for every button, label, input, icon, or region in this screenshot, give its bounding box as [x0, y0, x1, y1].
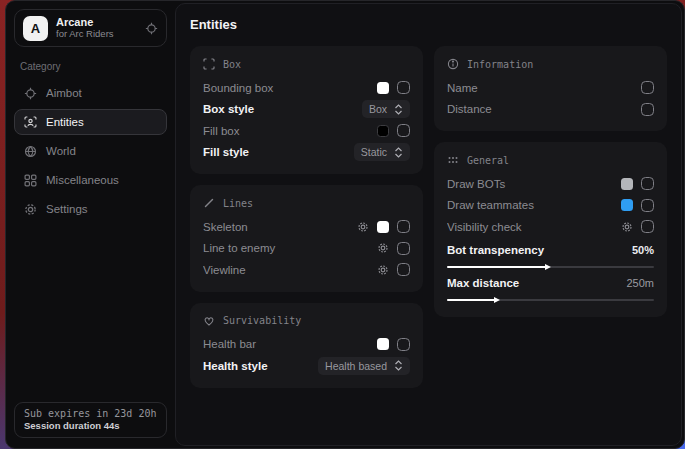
- slider-thumb[interactable]: [545, 264, 551, 270]
- row-label: Draw teammates: [447, 199, 621, 211]
- sidebar-item-settings[interactable]: Settings: [14, 196, 167, 222]
- sidebar-item-world[interactable]: World: [14, 138, 167, 164]
- gear-icon[interactable]: [377, 264, 389, 276]
- checkbox[interactable]: [641, 199, 654, 212]
- row-label: Distance: [447, 103, 641, 115]
- person-scan-icon: [24, 116, 37, 129]
- color-swatch[interactable]: [377, 338, 389, 350]
- health-style-select[interactable]: Health based: [318, 357, 410, 375]
- row-label: Name: [447, 82, 641, 94]
- color-swatch[interactable]: [621, 199, 633, 211]
- sidebar-item-aimbot[interactable]: Aimbot: [14, 80, 167, 106]
- section-general: General Draw BOTs Draw teammates: [434, 142, 667, 317]
- row-draw-teammates: Draw teammates: [447, 195, 654, 217]
- fill-style-select[interactable]: Static: [354, 143, 410, 161]
- category-label: Category: [20, 61, 161, 72]
- app-title: Arcane: [56, 16, 137, 29]
- checkbox[interactable]: [397, 242, 410, 255]
- slider-value: 250m: [626, 277, 654, 289]
- row-name: Name: [447, 77, 654, 99]
- heart-icon: [203, 315, 215, 327]
- session-duration-text: Session duration 44s: [24, 420, 157, 431]
- app-window: A Arcane for Arc Riders Category Aimbot: [5, 0, 685, 449]
- checkbox[interactable]: [397, 81, 410, 94]
- slider-value: 50%: [632, 244, 654, 256]
- column-right: Information Name Distance: [434, 46, 667, 317]
- sidebar-item-label: World: [46, 145, 76, 157]
- row-bounding-box: Bounding box: [203, 77, 410, 99]
- slider-thumb[interactable]: [494, 297, 500, 303]
- selected-value: Static: [361, 146, 387, 158]
- crosshair-icon[interactable]: [145, 22, 158, 35]
- row-label: Viewline: [203, 264, 377, 276]
- app-logo: A: [23, 16, 48, 41]
- sidebar-item-label: Aimbot: [46, 87, 82, 99]
- checkbox[interactable]: [641, 177, 654, 190]
- row-label: Bounding box: [203, 82, 377, 94]
- row-health-style: Health style Health based: [203, 355, 410, 377]
- section-lines: Lines Skeleton: [190, 185, 423, 292]
- color-swatch[interactable]: [377, 82, 389, 94]
- chevron-updown-icon: [394, 147, 403, 158]
- checkbox[interactable]: [641, 81, 654, 94]
- section-title: General: [467, 155, 509, 166]
- row-label: Draw BOTs: [447, 178, 621, 190]
- checkbox[interactable]: [641, 220, 654, 233]
- row-distance: Distance: [447, 99, 654, 121]
- slider-label: Max distance: [447, 277, 626, 289]
- crosshair-icon: [24, 87, 37, 100]
- color-swatch[interactable]: [621, 178, 633, 190]
- row-health-bar: Health bar: [203, 334, 410, 356]
- row-label: Box style: [203, 103, 362, 115]
- row-label: Visibility check: [447, 221, 621, 233]
- brand-text: Arcane for Arc Riders: [56, 16, 137, 40]
- section-title: Information: [467, 59, 533, 70]
- selected-value: Health based: [325, 360, 387, 372]
- row-draw-bots: Draw BOTs: [447, 173, 654, 195]
- globe-icon: [24, 145, 37, 158]
- color-swatch[interactable]: [377, 221, 389, 233]
- column-left: Box Bounding box Box style Box: [190, 46, 423, 388]
- checkbox[interactable]: [397, 263, 410, 276]
- gear-icon[interactable]: [621, 221, 633, 233]
- max-distance-control: Max distance 250m: [447, 273, 654, 301]
- sidebar-item-miscellaneous[interactable]: Miscellaneous: [14, 167, 167, 193]
- section-box: Box Bounding box Box style Box: [190, 46, 423, 174]
- gear-icon[interactable]: [377, 242, 389, 254]
- brand-card: A Arcane for Arc Riders: [14, 9, 167, 47]
- bot-transparency-control: Bot transpenency 50%: [447, 240, 654, 268]
- line-icon: [203, 197, 215, 209]
- grid-icon: [24, 174, 37, 187]
- gear-icon: [24, 203, 37, 216]
- sub-expiry-text: Sub expires in 23d 20h: [24, 408, 157, 419]
- box-corners-icon: [203, 58, 215, 70]
- checkbox[interactable]: [397, 124, 410, 137]
- checkbox[interactable]: [641, 103, 654, 116]
- row-label: Fill style: [203, 146, 354, 158]
- section-survivability: Survivability Health bar Health style: [190, 303, 423, 388]
- sidebar-nav: Aimbot Entities World: [14, 80, 167, 222]
- section-title: Survivability: [223, 315, 301, 326]
- row-skeleton: Skeleton: [203, 216, 410, 238]
- row-viewline: Viewline: [203, 259, 410, 281]
- row-label: Skeleton: [203, 221, 357, 233]
- color-swatch[interactable]: [377, 125, 389, 137]
- sidebar-item-label: Miscellaneous: [46, 174, 119, 186]
- slider-fill: [447, 266, 546, 268]
- chevron-updown-icon: [394, 360, 403, 371]
- gear-icon[interactable]: [357, 221, 369, 233]
- max-distance-slider[interactable]: [447, 299, 654, 301]
- slider-label: Bot transpenency: [447, 244, 632, 256]
- section-title: Lines: [223, 198, 253, 209]
- sidebar-item-entities[interactable]: Entities: [14, 109, 167, 135]
- row-label: Health bar: [203, 338, 377, 350]
- checkbox[interactable]: [397, 220, 410, 233]
- slider-fill: [447, 299, 495, 301]
- checkbox[interactable]: [397, 338, 410, 351]
- box-style-select[interactable]: Box: [362, 100, 410, 118]
- row-fill-box: Fill box: [203, 120, 410, 142]
- page-title: Entities: [190, 17, 667, 32]
- bot-transparency-slider[interactable]: [447, 266, 654, 268]
- row-label: Health style: [203, 360, 318, 372]
- row-visibility-check: Visibility check: [447, 216, 654, 238]
